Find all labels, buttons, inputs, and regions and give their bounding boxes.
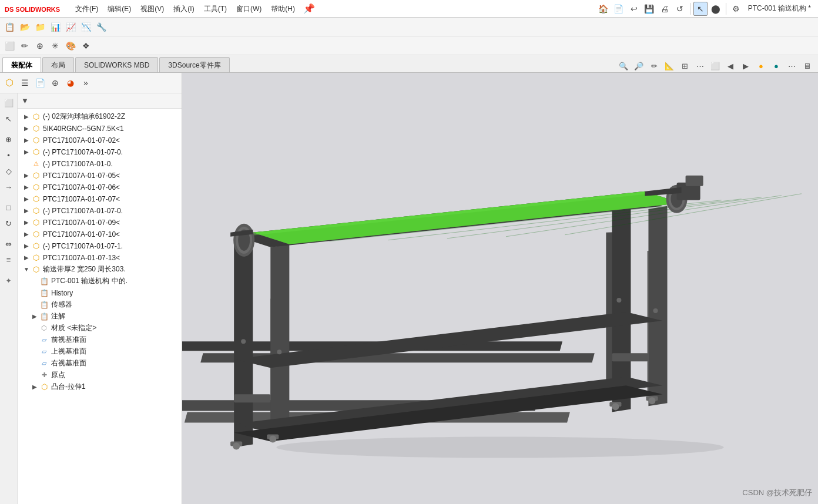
pin-icon[interactable]: 📌 [300,3,319,14]
home-btn[interactable]: 🏠 [596,2,611,16]
tree-item-14[interactable]: 📋 PTC-001 输送机构 中的. [18,275,182,287]
tree-item-0[interactable]: ▶ ⬡ (-) 02深沟球轴承61902-2Z [18,111,182,123]
more2-tab-icon[interactable]: ⋯ [785,59,798,72]
gear-btn[interactable]: ⚙ [729,2,743,16]
tb2-btn4[interactable]: ✳ [48,39,62,53]
side-diamond-btn[interactable]: ◇ [1,164,16,179]
tree-item-20[interactable]: ▱ 上视基准面 [18,346,182,358]
toggle-3[interactable]: ▶ [22,148,31,156]
tree-item-10[interactable]: ▶ ⬡ PTC171007A-01-07-10< [18,229,182,240]
side-arrow-btn[interactable]: → [1,180,16,195]
snap-tab-icon[interactable]: 📐 [663,59,676,72]
align-tab-icon[interactable]: ⊞ [678,59,691,72]
lp-more-icon[interactable]: » [79,76,93,90]
lp-part-icon[interactable]: ⬡ [2,76,16,90]
toggle-6[interactable]: ▶ [22,183,31,191]
tree-item-2[interactable]: ▶ ⬡ PTC171007A-01-07-02< [18,135,182,146]
tree-item-12[interactable]: ▶ ⬡ PTC171007A-01-07-13< [18,252,182,264]
toggle-17[interactable]: ▶ [31,313,39,321]
side-square-btn[interactable]: □ [1,200,16,216]
tree-item-18[interactable]: ⬡ 材质 <未指定> [18,322,182,334]
toggle-2[interactable]: ▶ [22,136,31,145]
toggle-23[interactable]: ▶ [31,383,39,391]
menu-file[interactable]: 文件(F) [71,0,103,18]
tb2-btn1[interactable]: ⬜ [2,39,16,53]
more-tab-icon[interactable]: ⋯ [693,59,706,72]
lp-doc-icon[interactable]: 📄 [33,76,47,90]
menu-edit[interactable]: 编辑(E) [103,0,136,18]
toggle-4[interactable] [22,160,31,168]
tb1-btn6[interactable]: 📉 [79,20,93,34]
lp-table-icon[interactable]: ☰ [18,76,32,90]
tab-mbd[interactable]: SOLIDWORKS MBD [75,57,158,72]
viewport[interactable]: CSDN @技术死肥仔 [182,73,818,504]
circle-btn[interactable]: ⬤ [709,2,723,16]
tree-item-8[interactable]: ▶ ⬡ (-) PTC171007A-01-07-0. [18,205,182,217]
toggle-13[interactable]: ▼ [22,266,31,274]
tb1-btn1[interactable]: 📋 [2,20,16,34]
arrow2-tab-icon[interactable]: ▶ [739,59,752,72]
tree-item-6[interactable]: ▶ ⬡ PTC171007A-01-07-06< [18,182,182,193]
menu-view[interactable]: 视图(V) [136,0,169,18]
tree-item-5[interactable]: ▶ ⬡ PTC171007A-01-07-05< [18,170,182,182]
tree-item-history[interactable]: 📋 History [18,287,182,299]
tb1-btn7[interactable]: 🔧 [94,20,108,34]
side-layers-btn[interactable]: ≡ [1,253,16,268]
tree-item-16[interactable]: 📋 传感器 [18,299,182,311]
toggle-0[interactable]: ▶ [22,113,31,121]
toggle-9[interactable]: ▶ [22,219,31,227]
tb2-btn3[interactable]: ⊕ [33,39,47,53]
tree-item-3[interactable]: ▶ ⬡ (-) PTC171007A-01-07-0. [18,146,182,158]
tb2-btn6[interactable]: ❖ [79,39,93,53]
tab-3dsource[interactable]: 3DSource零件库 [159,57,229,72]
toggle-8[interactable]: ▶ [22,207,31,215]
tab-layout[interactable]: 布局 [42,57,74,72]
toggle-1[interactable]: ▶ [22,125,31,133]
color1-tab-icon[interactable]: ● [755,59,767,72]
side-cursor-btn[interactable]: ↖ [1,112,16,127]
menu-help[interactable]: 帮助(H) [266,0,300,18]
tb1-btn5[interactable]: 📈 [63,20,78,34]
tb2-btn2[interactable]: ✏ [18,39,32,53]
cursor-btn[interactable]: ↖ [693,2,708,16]
box-tab-icon[interactable]: ⬜ [709,59,722,72]
tree-item-19[interactable]: ▱ 前视基准面 [18,334,182,346]
side-filter-btn[interactable]: ⌖ [1,273,16,288]
tree-item-23[interactable]: ▶ ⬡ 凸台-拉伸1 [18,381,182,393]
tree-item-13[interactable]: ▼ ⬡ 输送带厚2 宽250 周长303. [18,264,182,275]
tree-item-4[interactable]: ⚠ (-) PTC171007A-01-0. [18,158,182,170]
save-btn[interactable]: 💾 [642,2,656,16]
tab-assembly[interactable]: 装配体 [2,57,41,72]
monitor-tab-icon[interactable]: 🖥 [800,59,813,72]
tree-item-11[interactable]: ▶ ⬡ (-) PTC171007A-01-07-1. [18,240,182,252]
tb1-btn4[interactable]: 📊 [48,20,62,34]
toggle-7[interactable]: ▶ [22,195,31,203]
tree-item-1[interactable]: ▶ ⬡ 5IK40RGNC--5GN7.5K<1 [18,123,182,135]
tree-item-17[interactable]: ▶ 📋 注解 [18,311,182,322]
new-btn[interactable]: 📄 [612,2,626,16]
tb1-btn3[interactable]: 📁 [33,20,47,34]
menu-insert[interactable]: 插入(I) [169,0,199,18]
tb2-btn5[interactable]: 🎨 [63,39,78,53]
toggle-10[interactable]: ▶ [22,230,31,238]
side-stretch-btn[interactable]: ⇔ [1,237,16,252]
side-snap-btn[interactable]: ⊕ [1,132,16,147]
toggle-5[interactable]: ▶ [22,172,31,180]
tree-item-21[interactable]: ▱ 右视基准面 [18,358,182,369]
lp-pie-icon[interactable]: ◕ [63,76,78,90]
menu-tools[interactable]: 工具(T) [199,0,232,18]
menu-window[interactable]: 窗口(W) [232,0,266,18]
undo-btn[interactable]: ↺ [673,2,687,16]
arrow-btn[interactable]: ↩ [627,2,641,16]
side-loop-btn[interactable]: ↻ [1,216,16,231]
side-view-btn[interactable]: ⬜ [1,96,16,111]
arrow-tab-icon[interactable]: ◀ [724,59,737,72]
color2-tab-icon[interactable]: ● [770,59,783,72]
toggle-11[interactable]: ▶ [22,242,31,250]
edit-tab-icon[interactable]: ✏ [648,59,661,72]
search2-tab-icon[interactable]: 🔎 [632,59,645,72]
tb1-btn2[interactable]: 📂 [18,20,32,34]
print-btn[interactable]: 🖨 [658,2,672,16]
lp-plus-icon[interactable]: ⊕ [48,76,62,90]
tree-item-9[interactable]: ▶ ⬡ PTC171007A-01-07-09< [18,217,182,229]
